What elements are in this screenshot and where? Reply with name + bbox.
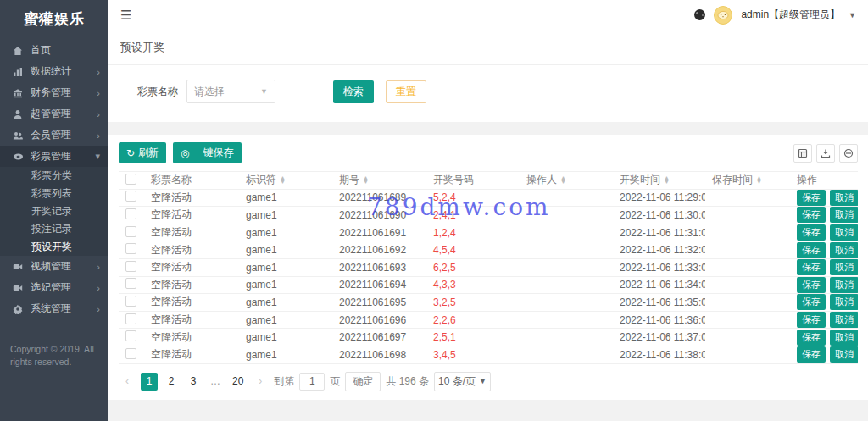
lottery-name-select[interactable]: 请选择 ▼: [186, 80, 275, 103]
row-save-button[interactable]: 保存: [797, 207, 826, 223]
submenu-item[interactable]: 开奖记录: [0, 202, 108, 220]
row-cancel-button[interactable]: 取消: [830, 190, 858, 206]
cell-code: game1: [239, 294, 332, 312]
cell-issue: 202211061691: [332, 224, 426, 241]
submenu-item[interactable]: 彩票列表: [0, 185, 108, 202]
row-cancel-button[interactable]: 取消: [830, 224, 858, 241]
cell-lottery-name: 空降活动: [144, 189, 239, 207]
row-cancel-button[interactable]: 取消: [830, 346, 858, 363]
menu-toggle-icon[interactable]: ☰: [120, 8, 131, 23]
page-button-20[interactable]: 20: [229, 373, 247, 391]
export-icon[interactable]: [816, 144, 835, 163]
row-cancel-button[interactable]: 取消: [830, 207, 858, 223]
cell-issue: 202211061690: [332, 207, 426, 224]
row-checkbox[interactable]: [125, 296, 136, 307]
sidebar-item-3[interactable]: 超管管理›: [0, 103, 108, 125]
row-cancel-button[interactable]: 取消: [830, 277, 858, 293]
sidebar-item-7[interactable]: 选妃管理›: [0, 277, 108, 298]
select-all-checkbox[interactable]: [125, 174, 136, 185]
row-checkbox[interactable]: [125, 191, 136, 202]
row-cancel-button[interactable]: 取消: [830, 330, 858, 346]
row-checkbox[interactable]: [125, 226, 136, 237]
cell-issue: 202211061689: [332, 189, 426, 207]
cell-actions: 保存取消: [790, 241, 858, 259]
admin-dropdown[interactable]: admin【超级管理员】: [741, 8, 840, 22]
save-all-button[interactable]: ◎一键保存: [173, 142, 241, 163]
column-header: 开奖号码: [426, 172, 520, 190]
submenu-item[interactable]: 预设开奖: [0, 238, 108, 256]
cell-code: game1: [239, 224, 332, 241]
row-checkbox[interactable]: [125, 243, 136, 254]
sidebar-item-2[interactable]: 财务管理›: [0, 82, 108, 103]
cell-draw-time: 2022-11-06 11:36:02: [613, 311, 705, 329]
row-save-button[interactable]: 保存: [797, 242, 826, 258]
row-save-button[interactable]: 保存: [797, 259, 826, 275]
row-cancel-button[interactable]: 取消: [830, 294, 858, 310]
content: 预设开奖 彩票名称 请选择 ▼ 检索 重置 ↻刷新 ◎一键保存: [108, 30, 868, 421]
table-row: 空降活动game12022110616911,2,42022-11-06 11:…: [119, 224, 858, 241]
cell-issue: 202211061694: [332, 276, 426, 294]
row-checkbox[interactable]: [125, 348, 136, 359]
cell-numbers: 2,4,1: [426, 207, 520, 224]
row-checkbox[interactable]: [125, 330, 136, 341]
chevron-icon: ▾: [95, 151, 100, 162]
filter-columns-icon[interactable]: [793, 144, 812, 163]
print-icon[interactable]: [839, 144, 858, 163]
row-save-button[interactable]: 保存: [797, 346, 826, 363]
select-value: 请选择: [194, 85, 225, 99]
sidebar-item-1[interactable]: 数据统计›: [0, 61, 108, 82]
cell-save-time: [705, 224, 790, 241]
row-save-button[interactable]: 保存: [797, 294, 826, 310]
sidebar-item-5[interactable]: 彩票管理▾: [0, 146, 108, 167]
reset-button[interactable]: 重置: [386, 80, 426, 103]
refresh-icon: ↻: [126, 147, 135, 159]
row-cancel-button[interactable]: 取消: [830, 312, 858, 328]
row-cancel-button[interactable]: 取消: [830, 259, 858, 275]
sidebar-item-8[interactable]: 系统管理›: [0, 298, 108, 319]
row-save-button[interactable]: 保存: [797, 330, 826, 346]
sidebar-item-4[interactable]: 会员管理›: [0, 125, 108, 146]
submenu-item[interactable]: 彩票分类: [0, 167, 108, 185]
row-checkbox[interactable]: [125, 261, 136, 272]
video-icon: [12, 283, 24, 293]
row-save-button[interactable]: 保存: [797, 224, 826, 241]
avatar[interactable]: [714, 6, 732, 25]
page-button-3[interactable]: 3: [185, 373, 202, 391]
row-checkbox[interactable]: [125, 313, 136, 324]
cell-save-time: [705, 276, 790, 294]
table-header-row: 彩票名称标识符▲▼期号▲▼开奖号码操作人▲▼开奖时间▲▼保存时间▲▼操作: [119, 172, 858, 190]
page-button-2[interactable]: 2: [163, 373, 180, 391]
sort-icon[interactable]: ▲▼: [363, 176, 369, 185]
sort-icon[interactable]: ▲▼: [560, 176, 566, 185]
cell-code: game1: [239, 258, 332, 276]
sidebar-item-6[interactable]: 视频管理›: [0, 256, 108, 277]
cell-save-time: [705, 241, 790, 259]
prev-page-button[interactable]: ‹: [119, 373, 136, 391]
row-save-button[interactable]: 保存: [797, 277, 826, 293]
sort-icon[interactable]: ▲▼: [756, 176, 762, 185]
cell-actions: 保存取消: [790, 294, 858, 312]
page-size-select[interactable]: 10 条/页▼: [434, 372, 491, 391]
next-page-button[interactable]: ›: [252, 373, 269, 391]
search-button[interactable]: 检索: [333, 80, 374, 103]
goto-page-input[interactable]: [299, 373, 325, 391]
results-table: 彩票名称标识符▲▼期号▲▼开奖号码操作人▲▼开奖时间▲▼保存时间▲▼操作 空降活…: [119, 171, 858, 364]
page-title: 预设开奖: [108, 30, 868, 65]
sort-icon[interactable]: ▲▼: [664, 176, 670, 185]
goto-confirm-button[interactable]: 确定: [345, 372, 381, 391]
sort-icon[interactable]: ▲▼: [280, 176, 286, 185]
refresh-button[interactable]: ↻刷新: [119, 142, 166, 163]
row-checkbox[interactable]: [125, 208, 136, 219]
page-button-1[interactable]: 1: [141, 373, 158, 391]
globe-icon[interactable]: [694, 9, 705, 20]
row-cancel-button[interactable]: 取消: [830, 242, 858, 258]
cell-actions: 保存取消: [790, 346, 858, 363]
submenu-item[interactable]: 投注记录: [0, 220, 108, 238]
cell-lottery-name: 空降活动: [144, 294, 239, 312]
cell-issue: 202211061692: [332, 241, 426, 259]
row-save-button[interactable]: 保存: [797, 190, 826, 206]
row-save-button[interactable]: 保存: [797, 312, 826, 328]
sidebar-item-0[interactable]: 首页: [0, 40, 108, 61]
avatar-face-icon: [717, 10, 729, 20]
row-checkbox[interactable]: [125, 278, 136, 289]
